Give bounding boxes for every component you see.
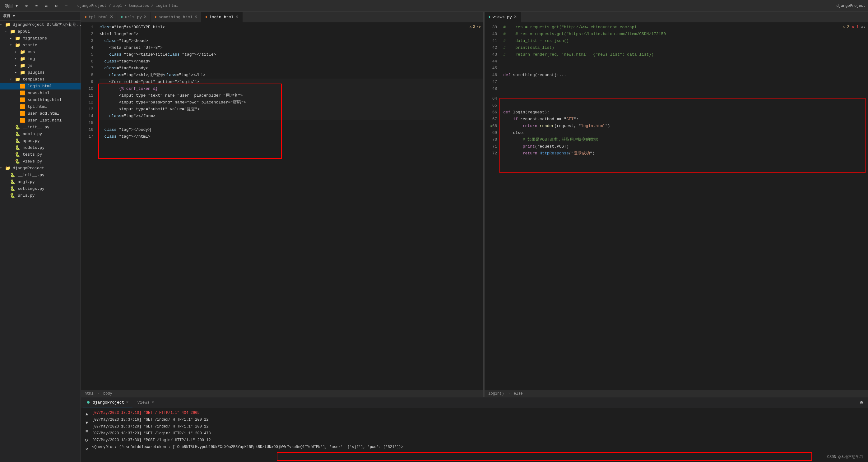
tree-arrow-js[interactable]: ▸ xyxy=(15,64,20,67)
right-line-number: 66 xyxy=(485,109,499,116)
panel-tab-views[interactable]: views × xyxy=(134,397,158,408)
panel-icon-list[interactable]: ≡ xyxy=(83,428,90,435)
folder-icon-css: 📁 xyxy=(20,50,25,55)
sidebar-item-css[interactable]: ▸📁css xyxy=(0,48,81,55)
panel-tab-label-views: views xyxy=(137,400,150,405)
left-line-number: 5 xyxy=(81,51,96,58)
html-icon-tpl.html: 🟧 xyxy=(20,104,25,109)
right-statusbar: login() › else xyxy=(485,390,868,397)
tab-close-login.html[interactable]: × xyxy=(236,14,239,20)
tab-close-urls.py[interactable]: × xyxy=(144,14,147,20)
toolbar-project[interactable]: 项目 ▼ xyxy=(2,2,21,9)
sidebar-item-__init__.py[interactable]: 🐍__init__.py xyxy=(0,124,81,131)
right-code-line: else: xyxy=(503,130,868,136)
tree-label-tpl.html: tpl.html xyxy=(28,104,47,109)
tab-close-something.html[interactable]: × xyxy=(194,14,197,20)
sidebar-item-templates[interactable]: ▾📁templates xyxy=(0,76,81,82)
sidebar-item-user_list.html[interactable]: 🟧user_list.html xyxy=(0,117,81,124)
sidebar-item-models.py[interactable]: 🐍models.py xyxy=(0,144,81,151)
sidebar: 项目 ▼ ▾📁djangoProject D:\新学期\初期... ▾📁app0… xyxy=(0,12,81,462)
tree-label-djangoProject2: djangoProject xyxy=(13,166,44,171)
sidebar-item-admin.py[interactable]: 🐍admin.py xyxy=(0,131,81,137)
tab-left-something-html[interactable]: ● something.html × xyxy=(151,12,202,22)
log-line: [07/May/2023 18:37:10] "GET / HTTP/1.1" … xyxy=(92,409,866,416)
right-code-lines[interactable]: # res = requests.get("http://www.chinaun… xyxy=(499,23,868,390)
toolbar-structure[interactable]: ≡ xyxy=(33,3,40,9)
right-code-line xyxy=(503,86,868,92)
left-code-line: <input type="password" name="pwd" placeh… xyxy=(99,99,483,106)
tab-left-tpl-html[interactable]: ● tpl.html × xyxy=(81,12,117,22)
tree-arrow-css[interactable]: ▸ xyxy=(15,50,20,54)
tree-arrow-app01[interactable]: ▾ xyxy=(5,30,10,33)
sidebar-item-apps.py[interactable]: 🐍apps.py xyxy=(0,137,81,144)
left-code-line: <input type="text" name="user" placehold… xyxy=(99,92,483,99)
sidebar-item-something.html[interactable]: 🟧something.html xyxy=(0,96,81,103)
tab-left-login-html[interactable]: ● login.html × xyxy=(202,12,243,22)
sidebar-tree: ▾📁djangoProject D:\新学期\初期... ▾📁app01 ▸📁m… xyxy=(0,21,81,199)
tree-arrow-migrations[interactable]: ▸ xyxy=(10,36,15,40)
toolbar-minimize[interactable]: — xyxy=(63,3,70,9)
nav-arrows[interactable]: ∧∨ xyxy=(476,25,481,29)
sidebar-item-tests.py[interactable]: 🐍tests.py xyxy=(0,151,81,158)
sidebar-item-views.py[interactable]: 🐍views.py xyxy=(0,158,81,165)
sidebar-item-img[interactable]: ▸📁img xyxy=(0,55,81,62)
sidebar-item-static[interactable]: ▾📁static xyxy=(0,42,81,48)
sidebar-item-migrations[interactable]: ▸📁migrations xyxy=(0,35,81,42)
html-icon-login.html: 🟧 xyxy=(20,84,25,89)
sidebar-item-login.html[interactable]: 🟧login.html xyxy=(0,82,81,90)
panel-icon-refresh[interactable]: ⟳ xyxy=(83,437,90,444)
toolbar-sync[interactable]: ⇌ xyxy=(42,3,50,9)
panel-tab-djangoProject[interactable]: djangoProject × xyxy=(83,397,132,408)
toolbar-add[interactable]: ⊕ xyxy=(23,3,30,9)
right-nav-arrows[interactable]: ∧∨ xyxy=(861,25,866,29)
tab-right-views-py[interactable]: ● views.py × xyxy=(485,12,521,22)
tree-label-urls.py: urls.py xyxy=(18,193,35,198)
folder-icon-djangoProject: 📁 xyxy=(5,22,10,27)
gap-code xyxy=(503,92,868,95)
tab-left-urls-py[interactable]: ● urls.py × xyxy=(117,12,151,22)
project-name-top: djangoProject xyxy=(836,4,866,8)
log-line: [07/May/2023 18:37:20] "GET /index/ HTTP… xyxy=(92,423,866,430)
sidebar-item-djangoProject2[interactable]: ▾📁djangoProject xyxy=(0,165,81,171)
left-breadcrumb-body: body xyxy=(103,392,112,396)
sidebar-item-settings.py[interactable]: 🐍settings.py xyxy=(0,185,81,192)
sidebar-item-tpl.html[interactable]: 🟧tpl.html xyxy=(0,103,81,110)
tree-arrow-djangoProject2[interactable]: ▾ xyxy=(0,166,5,170)
folder-icon-static: 📁 xyxy=(15,42,20,48)
left-line-number: 9 xyxy=(81,78,96,86)
tab-icon-right-views.py: ● xyxy=(488,15,491,19)
panel-tab-close-djangoProject[interactable]: × xyxy=(126,400,128,405)
sidebar-item-user_add.html[interactable]: 🟧user_add.html xyxy=(0,110,81,117)
right-line-number: 45 xyxy=(485,65,499,72)
sidebar-item-js[interactable]: ▸📁js xyxy=(0,62,81,69)
tree-arrow-djangoProject[interactable]: ▾ xyxy=(0,23,5,26)
sidebar-item-plugins[interactable]: ▸📁plugins xyxy=(0,69,81,76)
panel-tab-close-views[interactable]: × xyxy=(151,400,154,405)
left-code-lines[interactable]: class="tag"><!DOCTYPE html><html lang="e… xyxy=(96,23,483,390)
sidebar-item-asgi.py[interactable]: 🐍asgi.py xyxy=(0,178,81,185)
panel-gear-button[interactable]: ⚙ xyxy=(858,400,866,406)
tree-label-models.py: models.py xyxy=(23,145,44,150)
panel-icon-close[interactable]: ✕ xyxy=(83,446,90,452)
tab-icon-something.html: ● xyxy=(155,15,157,19)
tab-close-right-views.py[interactable]: × xyxy=(514,14,517,20)
folder-icon-img: 📁 xyxy=(20,56,25,62)
sidebar-item-djangoProject[interactable]: ▾📁djangoProject D:\新学期\初期... xyxy=(0,21,81,28)
tab-bar-left: ● tpl.html × ● urls.py × ● something.htm… xyxy=(81,12,483,23)
tab-close-tpl.html[interactable]: × xyxy=(110,14,113,20)
sidebar-header-label: 项目 ▼ xyxy=(3,14,15,18)
tree-arrow-templates[interactable]: ▾ xyxy=(10,77,15,81)
tree-arrow-img[interactable]: ▸ xyxy=(15,57,20,61)
tree-arrow-static[interactable]: ▾ xyxy=(10,43,15,47)
sidebar-item-urls.py[interactable]: 🐍urls.py xyxy=(0,192,81,199)
right-line-number: 69 xyxy=(485,130,499,136)
tree-label-views.py: views.py xyxy=(23,159,42,164)
toolbar-settings[interactable]: ⚙ xyxy=(53,3,60,9)
sidebar-item-news.html[interactable]: 🟧news.html xyxy=(0,90,81,96)
panel-icon-down[interactable]: ▼ xyxy=(83,420,90,426)
tab-label-urls.py: urls.py xyxy=(125,15,142,20)
sidebar-item-app01[interactable]: ▾📁app01 xyxy=(0,28,81,35)
tree-arrow-plugins[interactable]: ▸ xyxy=(15,70,20,74)
panel-icon-up[interactable]: ▲ xyxy=(83,411,90,418)
sidebar-item-__init__2.py[interactable]: 🐍__init__.py xyxy=(0,171,81,178)
